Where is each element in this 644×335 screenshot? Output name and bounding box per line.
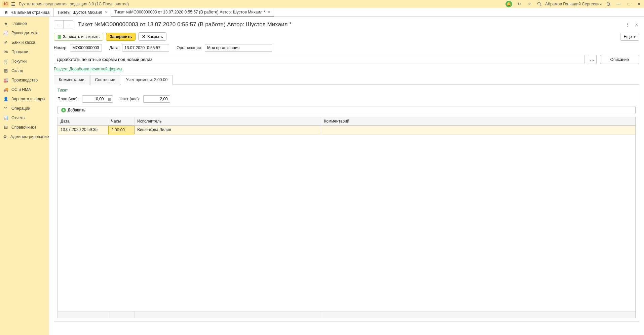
sidebar-item-main[interactable]: ★Главное (0, 19, 49, 28)
ops-icon: ᴬᴷ (3, 106, 8, 111)
sidebar-item-purchases[interactable]: 🛒Покупки (0, 57, 49, 66)
app-logo: 1C (2, 1, 9, 7)
finish-button[interactable]: Завершить (106, 33, 136, 41)
add-button[interactable]: + Добавить (58, 106, 636, 114)
sidebar: ★Главное 📈Руководителю ₽Банк и касса 🛍Пр… (0, 17, 49, 335)
cell-hours[interactable]: 2:00:00 (108, 126, 135, 134)
bank-icon: ₽ (3, 40, 8, 45)
truck-icon: 🚚 (3, 87, 8, 92)
table-row[interactable]: 13.07.2020 20:59:35 2:00:00 Вишенкова Ли… (58, 126, 635, 135)
col-date[interactable]: Дата (58, 117, 108, 125)
svg-point-0 (538, 2, 540, 5)
close-page-icon[interactable]: × (634, 21, 639, 29)
plan-input[interactable] (82, 96, 106, 102)
basket-icon: 🛒 (3, 59, 8, 64)
tab-timetracking[interactable]: Учет времени: 2:00:00 (121, 75, 173, 85)
close-window-icon[interactable]: ✕ (636, 1, 642, 7)
sidebar-item-warehouse[interactable]: ▦Склад (0, 66, 49, 75)
more-button[interactable]: Еще (620, 33, 639, 41)
sidebar-item-bank[interactable]: ₽Банк и касса (0, 38, 49, 47)
number-input[interactable] (70, 44, 102, 52)
svg-point-7 (608, 5, 609, 5)
close-icon[interactable]: × (268, 9, 270, 14)
menu-dots-icon[interactable]: ⋮ (624, 21, 631, 29)
titlebar: 1C ☰ Бухгалтерия предприятия, редакция 3… (0, 0, 644, 8)
svg-point-6 (609, 3, 610, 4)
sidebar-item-label: Руководителю (11, 31, 38, 35)
sidebar-item-label: Отчеты (11, 115, 25, 120)
hamburger-icon[interactable]: ☰ (11, 1, 15, 7)
sidebar-item-label: Производство (11, 78, 38, 82)
sidebar-item-label: ОС и НМА (11, 87, 31, 92)
sidebar-item-production[interactable]: 🏭Производство (0, 75, 49, 85)
ellipsis-button[interactable]: … (588, 55, 597, 64)
history-icon[interactable]: ↻ (516, 1, 522, 7)
sidebar-item-reports[interactable]: 📊Отчеты (0, 113, 49, 123)
bell-icon[interactable]: 🔔 (505, 1, 512, 7)
star-icon: ★ (3, 21, 8, 26)
sidebar-item-directories[interactable]: ▤Справочники (0, 123, 49, 132)
settings-icon[interactable] (606, 1, 612, 7)
col-hours[interactable]: Часы (108, 117, 135, 125)
toolbar: ▣Записать и закрыть Завершить ✕Закрыть Е… (54, 32, 639, 41)
svg-line-1 (540, 4, 541, 6)
org-input[interactable] (205, 44, 272, 52)
tab-comments[interactable]: Комментарии (54, 75, 89, 85)
col-person[interactable]: Исполнитель (135, 117, 321, 125)
button-label: Закрыть (147, 34, 163, 39)
check-icon: ▣ (58, 34, 61, 39)
search-icon[interactable] (536, 1, 542, 7)
description-button[interactable]: Описание (600, 55, 639, 64)
forward-button[interactable]: → (64, 21, 73, 29)
cell-person[interactable]: Вишенкова Лилия (135, 126, 321, 134)
sidebar-item-operations[interactable]: ᴬᴷОперации (0, 104, 49, 113)
tab-home[interactable]: Начальная страница (0, 8, 54, 16)
sidebar-item-label: Зарплата и кадры (11, 97, 45, 101)
sidebar-item-label: Склад (11, 68, 23, 73)
book-icon: ▤ (3, 125, 8, 130)
cell-date[interactable]: 13.07.2020 20:59:35 (58, 126, 108, 134)
sidebar-item-manager[interactable]: 📈Руководителю (0, 28, 49, 38)
fact-input (143, 95, 170, 103)
form-row-meta: Номер: Дата: Организация: (54, 44, 639, 52)
tab-label: Тикет №МО000000003 от 13.07.2020 0:55:57… (114, 10, 265, 14)
subject-input-wrap (54, 55, 584, 64)
inner-tabs: Комментарии Состояние Учет времени: 2:00… (54, 75, 639, 85)
tab-ticket-detail[interactable]: Тикет №МО000000003 от 13.07.2020 0:55:57… (111, 8, 274, 16)
section-link[interactable]: Раздел: Доработка печатной формы (54, 67, 122, 71)
tab-status[interactable]: Состояние (90, 75, 120, 85)
save-close-button[interactable]: ▣Записать и закрыть (54, 33, 103, 41)
sidebar-item-sales[interactable]: 🛍Продажи (0, 47, 49, 57)
sidebar-item-label: Справочники (11, 125, 36, 130)
close-icon[interactable]: × (105, 10, 108, 15)
user-name[interactable]: Абрамов Геннадий Сергеевич (545, 2, 602, 6)
app-title: Бухгалтерия предприятия, редакция 3.0 (1… (19, 2, 129, 6)
date-input[interactable] (122, 44, 169, 52)
sidebar-item-admin[interactable]: ⚙Администрирование (0, 132, 49, 141)
sidebar-item-os-nma[interactable]: 🚚ОС и НМА (0, 85, 49, 94)
back-button[interactable]: ← (54, 21, 64, 29)
org-label: Организация: (177, 45, 202, 50)
favorite-icon[interactable]: ☆ (526, 1, 532, 7)
tab-tickets[interactable]: Тикеты: Шустов Михаил × (54, 8, 111, 16)
grid-header: Дата Часы Исполнитель Комментарий (58, 117, 635, 126)
time-grid: Дата Часы Исполнитель Комментарий 13.07.… (58, 117, 636, 318)
page-title: Тикет №МО000000003 от 13.07.2020 0:55:57… (78, 21, 292, 28)
close-button[interactable]: ✕Закрыть (138, 32, 166, 41)
plan-row: План (час): ▦ Факт (час): (58, 95, 636, 103)
maximize-icon[interactable]: □ (626, 1, 632, 7)
grid-body[interactable]: 13.07.2020 20:59:35 2:00:00 Вишенкова Ли… (58, 126, 635, 311)
subject-input[interactable] (57, 57, 581, 62)
nav-buttons: ← → (54, 20, 73, 29)
x-icon: ✕ (142, 34, 146, 39)
sidebar-item-salary[interactable]: 👤Зарплата и кадры (0, 94, 49, 104)
calculator-icon[interactable]: ▦ (106, 97, 113, 102)
grid-footer (58, 311, 635, 318)
tabbar: Начальная страница Тикеты: Шустов Михаил… (0, 8, 644, 17)
button-label: Добавить (68, 108, 85, 112)
minimize-icon[interactable]: — (616, 1, 622, 7)
col-comment[interactable]: Комментарий (321, 117, 635, 125)
ticket-link[interactable]: Тикет (58, 88, 636, 93)
cell-comment[interactable] (321, 126, 635, 134)
number-label: Номер: (54, 45, 67, 50)
